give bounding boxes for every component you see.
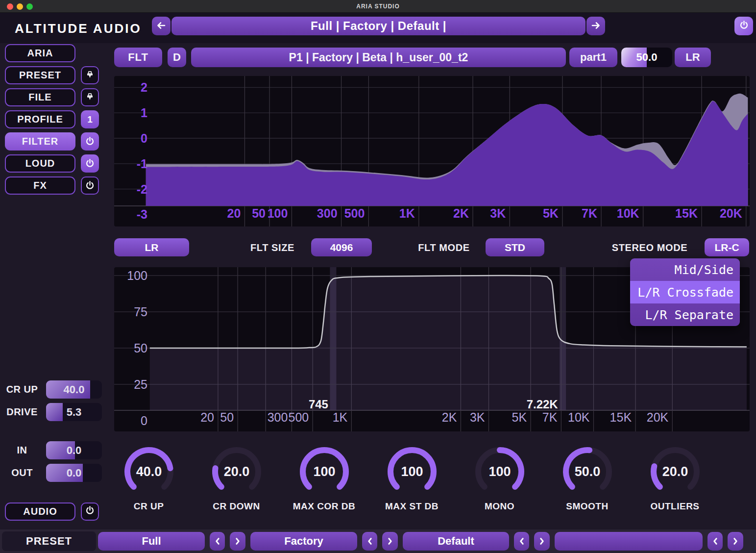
param-label: IN: [0, 445, 44, 456]
svg-text:7K: 7K: [582, 206, 597, 220]
svg-text:1: 1: [141, 106, 147, 120]
svg-text:100: 100: [401, 464, 423, 479]
preset-next-button[interactable]: [230, 532, 245, 551]
svg-text:50: 50: [134, 341, 147, 355]
svg-text:3K: 3K: [490, 206, 506, 220]
loud-power-button[interactable]: [81, 154, 99, 173]
out-slider[interactable]: 0.0: [46, 464, 102, 482]
sidebar-item-fx[interactable]: FX: [5, 176, 75, 195]
svg-text:15K: 15K: [675, 206, 698, 220]
part-button[interactable]: part1: [569, 48, 617, 67]
svg-text:20: 20: [200, 410, 214, 424]
svg-text:50.0: 50.0: [574, 464, 600, 479]
stereo-mode-label: STEREO MODE: [608, 238, 692, 257]
preset-slots: FullFactoryDefault: [98, 532, 743, 551]
svg-text:0: 0: [141, 414, 147, 427]
svg-text:10K: 10K: [617, 206, 639, 220]
sidebar-row: FX: [5, 176, 100, 195]
knob-cr-up[interactable]: 40.0CR UP: [105, 442, 193, 512]
svg-text:500: 500: [288, 410, 309, 424]
delta-button[interactable]: D: [168, 48, 186, 67]
preset-display[interactable]: Full | Factory | Default |: [171, 17, 585, 35]
preset-back-button[interactable]: [152, 17, 171, 35]
drive-slider[interactable]: 5.3: [46, 403, 102, 421]
svg-text:5K: 5K: [512, 410, 527, 424]
window-title: ARIA STUDIO: [0, 0, 756, 12]
svg-text:15K: 15K: [610, 410, 632, 424]
brand-logo: ALTITUDE AUDIO: [15, 21, 142, 36]
preset-slot-2[interactable]: Default: [403, 532, 509, 551]
stereo-menu-item-l-r-separate[interactable]: L/R Separate: [630, 303, 740, 326]
stereo-mode-button[interactable]: LR-C: [705, 238, 749, 256]
param-label: OUT: [0, 467, 44, 478]
param-label: CR UP: [0, 384, 44, 395]
sidebar-row: FILE: [5, 88, 100, 106]
svg-text:1K: 1K: [399, 206, 415, 220]
titlebar: ARIA STUDIO: [0, 0, 756, 13]
preset-slot-0[interactable]: Full: [98, 532, 205, 551]
svg-text:50: 50: [252, 206, 266, 220]
left-params-panel: CR UP40.0DRIVE5.3IN0.0OUT0.0: [0, 380, 104, 486]
stereo-menu-item-l-r-crossfade[interactable]: L/R Crossfade: [630, 281, 740, 303]
pin-icon[interactable]: [81, 88, 99, 106]
svg-text:100: 100: [313, 464, 335, 479]
preset-next-button[interactable]: [382, 532, 398, 551]
flt-size-button[interactable]: 4096: [311, 238, 372, 256]
svg-text:7.22K: 7.22K: [527, 398, 559, 411]
app-window: ARIA STUDIO ALTITUDE AUDIO Full | Factor…: [0, 0, 756, 553]
knob-smooth[interactable]: 50.0SMOOTH: [543, 442, 631, 512]
svg-text:100: 100: [268, 206, 288, 220]
filter-path-dropdown[interactable]: P1 | Factory | Beta | h_user_00_t2: [191, 48, 566, 67]
svg-text:7K: 7K: [542, 410, 558, 424]
sidebar-item-file[interactable]: FILE: [5, 88, 75, 106]
slider-value: 0.0: [46, 441, 102, 459]
stereo-menu-item-mid-side[interactable]: Mid/Side: [630, 258, 740, 281]
preset-slot-3[interactable]: [555, 532, 703, 551]
flt-size-label: FLT SIZE: [247, 238, 297, 257]
knob-max-cor-db[interactable]: 100MAX COR DB: [280, 442, 368, 512]
profile-number-badge[interactable]: 1: [81, 110, 99, 128]
audio-button[interactable]: AUDIO: [5, 503, 75, 521]
sidebar-item-loud[interactable]: LOUD: [5, 154, 75, 173]
knob-outliers[interactable]: 20.0OUTLIERS: [631, 442, 719, 512]
fx-power-button[interactable]: [81, 176, 99, 195]
preset-next-button[interactable]: [534, 532, 550, 551]
preset-prev-button[interactable]: [362, 532, 377, 551]
cr-up-slider[interactable]: 40.0: [46, 380, 102, 399]
sidebar-item-profile[interactable]: PROFILE: [5, 110, 75, 128]
preset-prev-button[interactable]: [514, 532, 529, 551]
knob-label: MAX ST DB: [385, 501, 439, 512]
channel-button[interactable]: LR: [675, 48, 711, 67]
master-power-button[interactable]: [734, 17, 753, 35]
slider-value: 0.0: [46, 464, 102, 482]
svg-text:20: 20: [227, 206, 241, 220]
knob-label: CR DOWN: [213, 501, 260, 512]
flt-button[interactable]: FLT: [114, 48, 162, 67]
param-row-cr-up: CR UP40.0: [0, 380, 104, 399]
svg-text:-2: -2: [137, 182, 147, 196]
preset-slot-1[interactable]: Factory: [250, 532, 357, 551]
sidebar-item-preset[interactable]: PRESET: [5, 66, 75, 84]
preset-prev-button[interactable]: [707, 532, 723, 551]
mix-slider[interactable]: 50.0: [621, 48, 672, 67]
flt-mode-button[interactable]: STD: [486, 238, 544, 256]
preset-next-button[interactable]: [728, 532, 743, 551]
audio-power-button[interactable]: [81, 503, 99, 521]
channel-toggle-button[interactable]: LR: [114, 238, 189, 256]
knob-cr-down[interactable]: 20.0CR DOWN: [193, 442, 280, 512]
preset-nav: Full | Factory | Default |: [152, 17, 605, 35]
svg-text:-3: -3: [137, 207, 147, 221]
knob-max-st-db[interactable]: 100MAX ST DB: [368, 442, 456, 512]
knob-mono[interactable]: 100MONO: [456, 442, 543, 512]
filter-power-button[interactable]: [81, 132, 99, 151]
svg-text:300: 300: [268, 410, 288, 424]
arrow-left-icon: [155, 20, 167, 33]
preset-forward-button[interactable]: [586, 17, 605, 35]
in-slider[interactable]: 0.0: [46, 441, 102, 459]
response-graph[interactable]: 210-1-2-320501003005001K2K3K5K7K10K15K20…: [114, 76, 750, 226]
svg-text:0: 0: [141, 131, 147, 145]
svg-text:100: 100: [488, 464, 511, 479]
pin-icon[interactable]: [81, 66, 99, 84]
preset-prev-button[interactable]: [210, 532, 225, 551]
sidebar-item-filter[interactable]: FILTER: [5, 132, 75, 151]
